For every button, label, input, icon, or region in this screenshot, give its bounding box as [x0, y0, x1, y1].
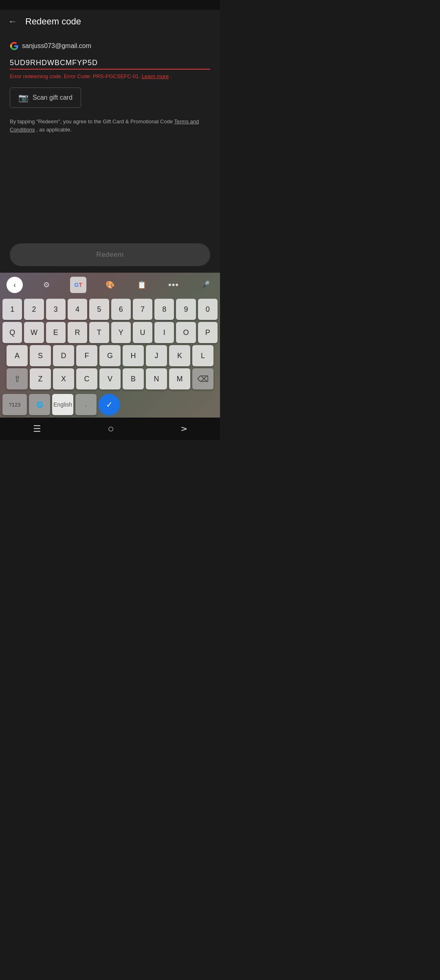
- asdf-row: A S D F G H J K L: [2, 345, 218, 366]
- key-e[interactable]: E: [46, 322, 66, 343]
- key-n[interactable]: N: [146, 368, 167, 389]
- code-input-wrapper: [10, 57, 210, 70]
- learn-more-link[interactable]: Learn more: [142, 73, 169, 79]
- key-p[interactable]: P: [198, 322, 218, 343]
- key-b[interactable]: B: [123, 368, 144, 389]
- key-l[interactable]: L: [192, 345, 213, 366]
- key-2[interactable]: 2: [24, 299, 44, 320]
- key-f[interactable]: F: [76, 345, 97, 366]
- nav-menu-icon[interactable]: ☰: [33, 424, 41, 434]
- keyboard: ‹ ⚙ GT 🎨 📋 ••• 🎤 1 2 3 4 5 6 7 8 9 0 Q W…: [0, 273, 220, 418]
- key-a[interactable]: A: [7, 345, 28, 366]
- page-title: Redeem code: [25, 16, 81, 27]
- key-t[interactable]: T: [89, 322, 109, 343]
- key-9[interactable]: 9: [176, 299, 196, 320]
- key-x[interactable]: X: [53, 368, 74, 389]
- error-message: Error redeeming code. Error Code: PRS-PG…: [10, 73, 210, 80]
- key-v[interactable]: V: [99, 368, 121, 389]
- key-j[interactable]: J: [146, 345, 167, 366]
- key-8[interactable]: 8: [154, 299, 174, 320]
- key-w[interactable]: W: [24, 322, 44, 343]
- header: ← Redeem code: [0, 10, 220, 33]
- key-rows: 1 2 3 4 5 6 7 8 9 0 Q W E R T Y U I O P …: [0, 297, 220, 394]
- key-7[interactable]: 7: [133, 299, 152, 320]
- key-r[interactable]: R: [68, 322, 87, 343]
- keyboard-settings-button[interactable]: ⚙: [38, 277, 55, 293]
- status-bar: [0, 0, 220, 10]
- key-u[interactable]: U: [133, 322, 152, 343]
- key-z[interactable]: Z: [30, 368, 51, 389]
- backspace-key[interactable]: ⌫: [192, 368, 213, 389]
- terms-text: By tapping "Redeem", you agree to the Gi…: [10, 118, 210, 133]
- keyboard-theme-button[interactable]: 🎨: [102, 277, 118, 293]
- space-key[interactable]: English: [52, 394, 73, 415]
- key-s[interactable]: S: [30, 345, 51, 366]
- key-4[interactable]: 4: [68, 299, 87, 320]
- key-m[interactable]: M: [169, 368, 190, 389]
- scan-button-label: Scan gift card: [33, 94, 73, 101]
- keyboard-translate-button[interactable]: GT: [70, 277, 86, 293]
- code-input[interactable]: [10, 57, 210, 69]
- key-q[interactable]: Q: [2, 322, 22, 343]
- key-k[interactable]: K: [169, 345, 190, 366]
- period-key[interactable]: .: [75, 394, 97, 415]
- keyboard-more-button[interactable]: •••: [165, 277, 182, 293]
- qwerty-row: Q W E R T Y U I O P: [2, 322, 218, 343]
- scan-gift-card-button[interactable]: 📷 Scan gift card: [10, 88, 81, 108]
- nav-home-icon[interactable]: ○: [108, 422, 114, 435]
- zxcv-row: ⇧ Z X C V B N M ⌫: [2, 368, 218, 389]
- key-d[interactable]: D: [53, 345, 74, 366]
- google-logo-icon: [10, 42, 19, 50]
- main-content: sanjuss073@gmail.com Error redeeming cod…: [0, 33, 220, 237]
- key-g[interactable]: G: [99, 345, 121, 366]
- key-6[interactable]: 6: [111, 299, 131, 320]
- sym-key[interactable]: ?123: [2, 394, 27, 415]
- key-1[interactable]: 1: [2, 299, 22, 320]
- back-button[interactable]: ←: [8, 16, 17, 27]
- key-3[interactable]: 3: [46, 299, 66, 320]
- keyboard-mic-button[interactable]: 🎤: [197, 277, 213, 293]
- numbers-row: 1 2 3 4 5 6 7 8 9 0: [2, 299, 218, 320]
- keyboard-clipboard-button[interactable]: 📋: [134, 277, 150, 293]
- redeem-button-wrapper: Redeem: [0, 237, 220, 273]
- key-0[interactable]: 0: [198, 299, 218, 320]
- account-email: sanjuss073@gmail.com: [22, 42, 91, 50]
- keyboard-back-button[interactable]: ‹: [7, 277, 23, 293]
- nav-bar: ☰ ○ ∨: [0, 418, 220, 440]
- shift-key[interactable]: ⇧: [7, 368, 28, 389]
- key-c[interactable]: C: [76, 368, 97, 389]
- done-key[interactable]: ✓: [99, 394, 120, 415]
- key-i[interactable]: I: [154, 322, 174, 343]
- key-y[interactable]: Y: [111, 322, 131, 343]
- keyboard-toolbar: ‹ ⚙ GT 🎨 📋 ••• 🎤: [0, 273, 220, 297]
- camera-icon: 📷: [18, 93, 29, 103]
- redeem-button[interactable]: Redeem: [10, 243, 210, 266]
- globe-key[interactable]: 🌐: [29, 394, 50, 415]
- nav-back-icon[interactable]: ∨: [178, 426, 189, 432]
- key-h[interactable]: H: [123, 345, 144, 366]
- keyboard-bottom-row: ?123 🌐 English . ✓: [0, 394, 220, 418]
- key-5[interactable]: 5: [89, 299, 109, 320]
- account-row: sanjuss073@gmail.com: [10, 42, 210, 50]
- key-o[interactable]: O: [176, 322, 196, 343]
